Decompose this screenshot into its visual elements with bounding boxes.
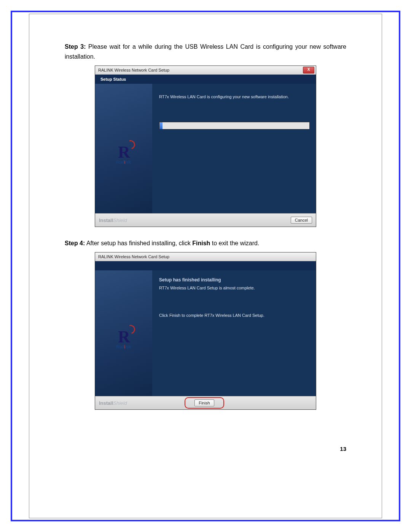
installer-body: R Ralink RT7x Wireless LAN Card is confi… [95, 84, 316, 213]
window-title: RALINK Wireless Network Card Setup [98, 68, 303, 72]
finished-subtext: RT7x Wireless LAN Card Setup is almost c… [159, 286, 309, 290]
config-text: RT7x Wireless LAN Card is configuring yo… [159, 94, 309, 99]
step4-label: Step 4: [65, 240, 85, 246]
installer-window-finished: RALINK Wireless Network Card Setup R Ral… [95, 252, 316, 410]
finish-highlight-ring: Finish [185, 397, 224, 409]
close-button[interactable]: X [303, 67, 314, 73]
right-panel: Setup has finished installing RT7x Wirel… [152, 270, 316, 396]
brand-shield: Shield [113, 217, 127, 223]
ralink-swirl-icon [124, 323, 137, 335]
ralink-logo: R Ralink [116, 329, 131, 350]
header-strip-empty [95, 261, 316, 270]
right-panel: RT7x Wireless LAN Card is configuring yo… [152, 84, 316, 213]
left-panel: R Ralink [95, 270, 152, 396]
installshield-brand: InstallShield [99, 217, 127, 223]
step4-text-before: After setup has finished installing, cli… [86, 240, 192, 246]
ralink-logo: R Ralink [116, 144, 131, 165]
left-panel: R Ralink [95, 84, 152, 213]
ralink-r-mark-icon: R [116, 329, 131, 345]
page-content: Step 3: Please wait for a while during t… [65, 42, 346, 421]
step4-paragraph: Step 4: After setup has finished install… [65, 238, 346, 248]
cancel-button[interactable]: Cancel [291, 217, 312, 224]
step4-bold: Finish [192, 240, 210, 246]
progress-bar [159, 122, 310, 129]
brand-install: Install [99, 217, 113, 223]
titlebar[interactable]: RALINK Wireless Network Card Setup X [95, 66, 316, 75]
step3-paragraph: Step 3: Please wait for a while during t… [65, 42, 346, 62]
progress-fill [159, 122, 162, 129]
finished-heading: Setup has finished installing [159, 277, 309, 283]
window-title: RALINK Wireless Network Card Setup [98, 254, 314, 259]
header-strip: Setup Status [95, 75, 316, 84]
footer-center: Finish [127, 397, 282, 409]
brand-install: Install [99, 400, 113, 406]
step3-text: Please wait for a while during the USB W… [65, 43, 346, 60]
ralink-swirl-icon [124, 138, 137, 151]
finish-button[interactable]: Finish [194, 399, 214, 406]
finished-instruction: Click Finish to complete RT7x Wireless L… [159, 313, 309, 318]
installer-footer: InstallShield Finish [95, 396, 316, 409]
close-icon: X [307, 67, 310, 72]
installshield-brand: InstallShield [99, 400, 127, 406]
step4-text-after: to exit the wizard. [210, 240, 259, 246]
titlebar[interactable]: RALINK Wireless Network Card Setup [95, 252, 316, 261]
installer-footer: InstallShield Cancel [95, 213, 316, 227]
step3-label: Step 3: [65, 43, 86, 50]
ralink-r-mark-icon: R [116, 144, 131, 161]
brand-shield: Shield [113, 400, 127, 406]
installer-window-setup-status: RALINK Wireless Network Card Setup X Set… [95, 66, 316, 227]
header-title: Setup Status [100, 77, 126, 81]
page-number: 13 [340, 446, 346, 452]
installer-body: R Ralink Setup has finished installing R… [95, 270, 316, 396]
